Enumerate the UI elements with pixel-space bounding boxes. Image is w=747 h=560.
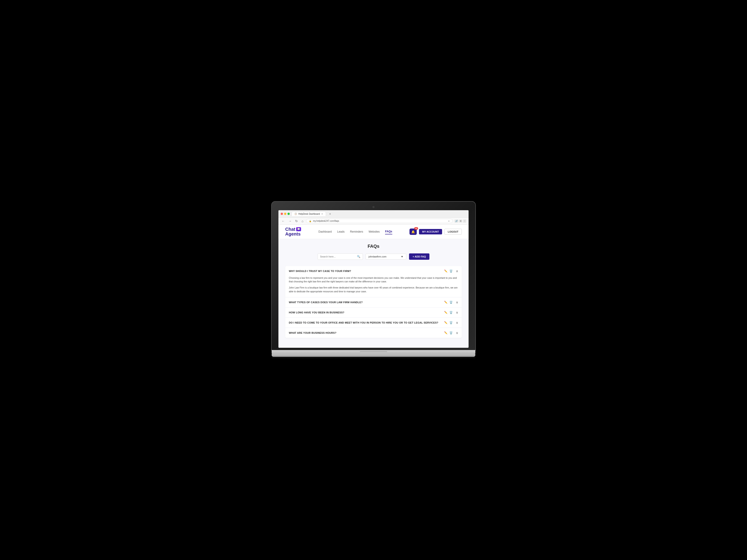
tab-favicon: 📋 — [294, 213, 297, 215]
search-icon: 🔍 — [357, 255, 360, 258]
faq-question-4: DO I NEED TO COME TO YOUR OFFICE AND MEE… — [289, 321, 444, 324]
faq-actions-5: ✏️ 🗑️ ∨ — [444, 331, 458, 335]
faq-actions-1: ✏️ 🗑️ ∧ — [444, 269, 458, 273]
faq-question-1: WHY SHOULD I TRUST MY CASE TO YOUR FIRM? — [289, 270, 444, 272]
delete-icon-4[interactable]: 🗑️ — [449, 321, 453, 324]
browser-tab[interactable]: 📋 HelpDesk Dashboard ✕ — [291, 212, 326, 216]
faq-header-1[interactable]: WHY SHOULD I TRUST MY CASE TO YOUR FIRM?… — [285, 266, 462, 276]
faq-actions-4: ✏️ 🗑️ ∨ — [444, 321, 458, 324]
faq-list: WHY SHOULD I TRUST MY CASE TO YOUR FIRM?… — [285, 266, 462, 338]
laptop-base — [272, 350, 475, 354]
page-content: FAQs 🔍 johnlawfirm.com ▼ + ADD FAQ — [278, 239, 469, 348]
traffic-lights — [281, 213, 290, 215]
laptop-bottom — [272, 354, 475, 357]
faq-actions-2: ✏️ 🗑️ ∨ — [444, 300, 458, 304]
notification-badge: 44 — [414, 227, 418, 230]
lock-icon: 🔒 — [309, 220, 311, 222]
nav-dashboard[interactable]: Dashboard — [318, 229, 332, 234]
search-input[interactable] — [320, 255, 355, 258]
search-box: 🔍 — [317, 254, 363, 260]
bell-icon: 🔔 — [411, 230, 415, 234]
faq-header-5[interactable]: WHAT ARE YOUR BUSINESS HOURS? ✏️ 🗑️ ∨ — [285, 328, 462, 338]
expand-icon-2[interactable]: ∨ — [456, 300, 458, 304]
maximize-button-green[interactable] — [287, 213, 290, 215]
expand-icon-5[interactable]: ∨ — [456, 331, 458, 335]
logo-icon: 💬 — [296, 227, 301, 231]
screen-bezel: 📋 HelpDesk Dashboard ✕ + ← → ↻ ⌂ 🔒 my.he… — [272, 202, 475, 350]
tab-close-icon[interactable]: ✕ — [321, 213, 323, 215]
edit-icon-5[interactable]: ✏️ — [444, 331, 447, 335]
delete-icon-3[interactable]: 🗑️ — [449, 311, 453, 314]
back-button[interactable]: ← — [281, 219, 286, 223]
faq-actions-3: ✏️ 🗑️ ∨ — [444, 311, 458, 314]
nav-reminders[interactable]: Reminders — [350, 229, 363, 234]
faq-body-1: Choosing a law firm to represent you and… — [285, 276, 462, 297]
faq-header-4[interactable]: DO I NEED TO COME TO YOUR OFFICE AND MEE… — [285, 318, 462, 328]
faq-question-2: WHAT TYPES OF CASES DOES YOUR LAW FIRM H… — [289, 301, 444, 304]
url-action-icons: ★ — [448, 220, 450, 222]
logo-chat-text: Chat — [285, 227, 295, 232]
camera — [372, 206, 375, 208]
faq-question-5: WHAT ARE YOUR BUSINESS HOURS? — [289, 331, 444, 334]
expand-icon-4[interactable]: ∨ — [456, 321, 458, 324]
nav-faqs[interactable]: FAQs — [385, 229, 392, 234]
logo-area: Chat 💬 Agents — [285, 227, 301, 237]
laptop-container: 📋 HelpDesk Dashboard ✕ + ← → ↻ ⌂ 🔒 my.he… — [272, 202, 475, 358]
delete-icon-2[interactable]: 🗑️ — [449, 301, 453, 304]
domain-select[interactable]: johnlawfirm.com ▼ — [366, 254, 406, 260]
laptop-hinge — [360, 351, 387, 353]
browser-titlebar: 📋 HelpDesk Dashboard ✕ + — [278, 210, 469, 218]
nav-leads[interactable]: Leads — [337, 229, 344, 234]
add-faq-button[interactable]: + ADD FAQ — [409, 254, 430, 260]
laptop-reflection — [272, 357, 475, 358]
edit-icon-1[interactable]: ✏️ — [444, 269, 447, 273]
logout-button[interactable]: LOGOUT — [444, 229, 462, 235]
edit-icon-2[interactable]: ✏️ — [444, 301, 447, 304]
header-actions: 🔔 44 MY ACCOUNT LOGOUT — [410, 229, 462, 235]
page-title: FAQs — [285, 244, 462, 249]
faq-item-5: WHAT ARE YOUR BUSINESS HOURS? ✏️ 🗑️ ∨ — [285, 328, 462, 338]
faq-item-4: DO I NEED TO COME TO YOUR OFFICE AND MEE… — [285, 318, 462, 328]
logo: Chat 💬 — [285, 227, 301, 232]
faq-answer-1-p1: Choosing a law firm to represent you and… — [289, 276, 458, 284]
faq-question-3: HOW LONG HAVE YOU BEEN IN BUSINESS? — [289, 311, 444, 314]
search-row: 🔍 johnlawfirm.com ▼ + ADD FAQ — [285, 254, 462, 260]
faq-header-3[interactable]: HOW LONG HAVE YOU BEEN IN BUSINESS? ✏️ 🗑… — [285, 308, 462, 317]
edit-icon-4[interactable]: ✏️ — [444, 321, 447, 324]
tab-title: HelpDesk Dashboard — [298, 213, 320, 215]
logo-icon-emoji: 💬 — [297, 228, 300, 230]
faq-header-2[interactable]: WHAT TYPES OF CASES DOES YOUR LAW FIRM H… — [285, 297, 462, 307]
chevron-down-icon: ▼ — [401, 255, 403, 258]
delete-icon-1[interactable]: 🗑️ — [449, 269, 453, 273]
minimize-button-yellow[interactable] — [284, 213, 286, 215]
browser-addressbar: ← → ↻ ⌂ 🔒 my.helpdesk247.com/faqs ★ 🔗 ⚙ … — [278, 218, 469, 225]
faq-item-2: WHAT TYPES OF CASES DOES YOUR LAW FIRM H… — [285, 297, 462, 308]
close-button-red[interactable] — [281, 213, 283, 215]
app-header: Chat 💬 Agents Dashboard Leads Reminders … — [278, 225, 469, 239]
logo-agents-text: Agents — [285, 232, 301, 237]
faq-item-3: HOW LONG HAVE YOU BEEN IN BUSINESS? ✏️ 🗑… — [285, 308, 462, 318]
notification-button[interactable]: 🔔 44 — [410, 229, 417, 235]
delete-icon-5[interactable]: 🗑️ — [449, 331, 453, 335]
screen-content: 📋 HelpDesk Dashboard ✕ + ← → ↻ ⌂ 🔒 my.he… — [278, 210, 469, 348]
faq-answer-1-p2: John Law Firm is a boutique law firm wit… — [289, 286, 458, 293]
new-tab-button[interactable]: + — [328, 212, 332, 216]
collapse-icon-1[interactable]: ∧ — [456, 269, 458, 273]
url-text: my.helpdesk247.com/faqs — [313, 220, 339, 222]
edit-icon-3[interactable]: ✏️ — [444, 311, 447, 314]
browser-extensions: 🔗 ⚙ ⋮ — [455, 219, 466, 223]
forward-button[interactable]: → — [287, 219, 292, 223]
url-bar[interactable]: 🔒 my.helpdesk247.com/faqs ★ — [306, 219, 453, 223]
my-account-button[interactable]: MY ACCOUNT — [419, 229, 442, 234]
main-nav: Dashboard Leads Reminders Websites FAQs — [318, 229, 392, 234]
home-button[interactable]: ⌂ — [301, 219, 304, 223]
expand-icon-3[interactable]: ∨ — [456, 311, 458, 314]
nav-websites[interactable]: Websites — [368, 229, 380, 234]
refresh-button[interactable]: ↻ — [294, 219, 299, 223]
domain-value: johnlawfirm.com — [368, 255, 386, 258]
faq-item-1: WHY SHOULD I TRUST MY CASE TO YOUR FIRM?… — [285, 266, 462, 297]
